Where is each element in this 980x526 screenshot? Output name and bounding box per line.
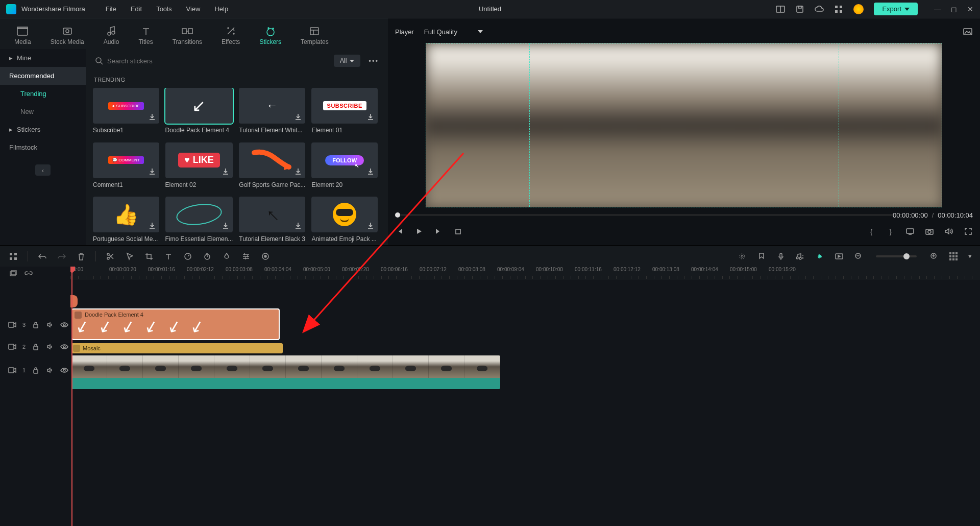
select-tool-button[interactable] — [125, 251, 135, 261]
sidebar-sub-new[interactable]: New — [0, 103, 86, 121]
download-icon[interactable] — [366, 168, 375, 176]
sticker-card[interactable]: 💬 COMMENTComment1 — [93, 142, 159, 191]
tab-media[interactable]: Media — [9, 21, 36, 49]
zoom-slider[interactable] — [876, 255, 917, 257]
sticker-card[interactable]: ↑Tutorial Element Black 3 — [239, 197, 305, 245]
playhead[interactable] — [71, 267, 72, 526]
tab-titles[interactable]: Titles — [133, 21, 158, 49]
download-icon[interactable] — [294, 222, 302, 230]
window-minimize-icon[interactable]: — — [934, 5, 941, 13]
fullscreen-button[interactable] — [964, 227, 973, 236]
window-maximize-icon[interactable]: ◻ — [950, 5, 958, 13]
sticker-card[interactable]: 👍Portuguese Social Me... — [93, 197, 159, 245]
cloud-icon[interactable] — [815, 5, 824, 14]
sidebar-item-filmstock[interactable]: Filmstock — [0, 138, 86, 156]
save-icon[interactable] — [795, 5, 804, 14]
sidebar-sub-trending[interactable]: Trending — [0, 85, 86, 103]
grid-toggle-icon[interactable] — [8, 251, 18, 261]
text-button[interactable] — [163, 251, 174, 261]
tab-audio[interactable]: Audio — [99, 21, 125, 49]
mark-out-button[interactable]: } — [886, 227, 895, 236]
sticker-card[interactable]: ←Tutorial Element Whit... — [239, 88, 305, 136]
menu-help[interactable]: Help — [214, 5, 228, 13]
quality-dropdown[interactable]: Full Quality — [424, 28, 483, 36]
mute-icon[interactable] — [46, 321, 54, 329]
color-button[interactable] — [222, 251, 232, 261]
mark-in-button[interactable]: { — [867, 227, 876, 236]
zoom-out-button[interactable] — [853, 251, 864, 261]
timeline-body[interactable]: 00:0000:00:00:2000:00:01:1600:00:02:1200… — [70, 267, 980, 526]
magnetic-button[interactable] — [815, 251, 825, 261]
layout-icon[interactable] — [776, 5, 785, 14]
display-button[interactable] — [905, 227, 915, 236]
track-header-1[interactable]: 1 — [0, 352, 70, 388]
camera-button[interactable] — [925, 227, 934, 236]
sticker-card[interactable]: SUBSCRIBEElement 01 — [311, 88, 378, 136]
menu-file[interactable]: File — [106, 5, 116, 13]
sidebar-collapse-button[interactable]: ‹ — [35, 164, 51, 176]
visibility-icon[interactable] — [60, 321, 68, 329]
timeline-ruler[interactable]: 00:0000:00:00:2000:00:01:1600:00:02:1200… — [70, 267, 980, 280]
zoom-in-button[interactable] — [929, 251, 939, 261]
track-header-2[interactable]: 2 — [0, 341, 70, 352]
user-avatar-icon[interactable] — [853, 4, 864, 14]
download-icon[interactable] — [148, 168, 156, 176]
clip-video[interactable]: unnamed — [71, 355, 500, 389]
sidebar-item-stickers[interactable]: ▸Stickers — [0, 121, 86, 138]
adjust-button[interactable] — [241, 251, 251, 261]
track-header-3[interactable]: 3 — [0, 308, 70, 341]
sticker-card[interactable]: ♥ LIKEElement 02 — [165, 142, 233, 191]
snapshot-button[interactable] — [963, 28, 973, 36]
next-frame-button[interactable] — [434, 227, 443, 236]
more-options-button[interactable]: ••• — [366, 55, 381, 67]
download-icon[interactable] — [222, 168, 230, 176]
volume-button[interactable] — [944, 227, 953, 236]
tab-stickers[interactable]: Stickers — [254, 21, 286, 49]
download-icon[interactable] — [222, 222, 230, 230]
lock-icon[interactable] — [32, 343, 40, 351]
add-track-button[interactable] — [9, 269, 17, 277]
keyframe-button[interactable] — [260, 251, 271, 261]
voiceover-button[interactable] — [776, 251, 786, 261]
dropdown-arrow-icon[interactable]: ▾ — [968, 251, 972, 261]
search-input[interactable] — [107, 57, 326, 65]
enhance-button[interactable] — [737, 251, 747, 261]
render-button[interactable] — [834, 251, 844, 261]
lock-icon[interactable] — [32, 366, 40, 374]
timer-button[interactable] — [202, 251, 212, 261]
download-icon[interactable] — [294, 168, 302, 176]
undo-button[interactable] — [37, 251, 47, 261]
lock-icon[interactable] — [32, 321, 40, 329]
sticker-card[interactable]: Animated Emoji Pack ... — [311, 197, 378, 245]
marker-button[interactable] — [756, 251, 767, 261]
window-close-icon[interactable]: ✕ — [967, 5, 974, 13]
sticker-card[interactable]: ↙Doodle Pack Element 4 — [165, 88, 233, 136]
stop-button[interactable] — [453, 227, 462, 236]
sidebar-item-recommended[interactable]: Recommended — [0, 67, 86, 85]
menu-tools[interactable]: Tools — [156, 5, 172, 13]
play-button[interactable] — [414, 227, 424, 236]
sticker-card[interactable]: ● SUBSCRIBESubscribe1 — [93, 88, 159, 136]
tab-stock-media[interactable]: Stock Media — [45, 21, 89, 49]
preview-viewport[interactable] — [426, 43, 942, 207]
mute-icon[interactable] — [46, 366, 54, 374]
sticker-card[interactable]: FOLLOW↖Element 20 — [311, 142, 378, 191]
clip-sticker[interactable]: Doodle Pack Element 4 ↙↙↙↙↙↙ — [71, 308, 280, 340]
download-icon[interactable] — [294, 113, 302, 121]
audio-mixer-button[interactable] — [795, 251, 805, 261]
link-button[interactable] — [24, 269, 33, 277]
delete-button[interactable] — [76, 251, 86, 261]
tab-templates[interactable]: Templates — [296, 21, 334, 49]
crop-button[interactable] — [144, 251, 154, 261]
download-icon[interactable] — [148, 222, 156, 230]
visibility-icon[interactable] — [60, 343, 68, 351]
apps-icon[interactable] — [834, 5, 843, 14]
download-icon[interactable] — [148, 113, 156, 121]
filter-dropdown[interactable]: All — [334, 55, 360, 67]
sidebar-item-mine[interactable]: ▸Mine — [0, 49, 86, 67]
menu-edit[interactable]: Edit — [131, 5, 142, 13]
sticker-card[interactable]: Fimo Essential Elemen... — [165, 197, 233, 245]
sticker-card[interactable]: Golf Sports Game Pac... — [239, 142, 305, 191]
visibility-icon[interactable] — [60, 366, 68, 374]
tab-effects[interactable]: Effects — [216, 21, 245, 49]
